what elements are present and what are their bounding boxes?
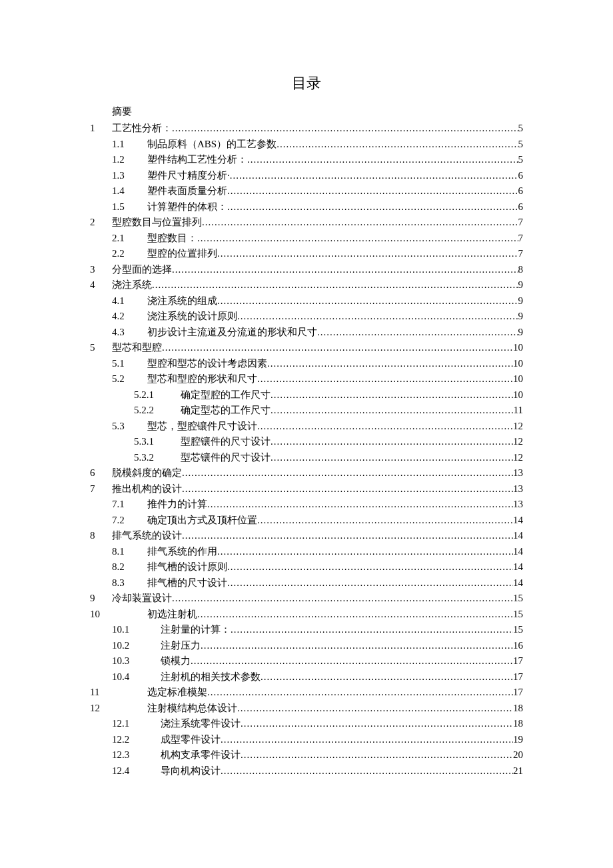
toc-entry: 5.2.1确定型腔的工作尺寸10	[90, 387, 523, 403]
dot-leader	[182, 465, 513, 481]
entry-page: 9	[518, 293, 524, 309]
entry-text: 初选注射机	[147, 607, 197, 623]
toc-entry: 5.3.2型芯镶件的尺寸设计12	[90, 450, 523, 466]
entry-text: 型腔和型芯的设计考虑因素	[147, 356, 267, 372]
toc-entry: 10初选注射机15	[90, 607, 523, 623]
dot-leader	[182, 528, 513, 544]
dot-leader	[277, 137, 518, 153]
entry-text: 浇注系统	[112, 277, 152, 293]
entry-number: 7	[90, 481, 112, 497]
entry-page: 9	[518, 309, 524, 325]
entry-number: 5.3	[112, 419, 147, 435]
entry-text: 成型零件设计	[161, 732, 221, 748]
entry-text: 冷却装置设计	[112, 591, 172, 607]
entry-page: 9	[518, 325, 524, 341]
entry-page: 6	[518, 199, 524, 215]
entry-text: 型腔数目与位置排列	[112, 215, 202, 231]
entry-text: 机构支承零件设计	[161, 747, 241, 763]
entry-number: 5.3.1	[134, 434, 181, 450]
entry-number: 10.2	[112, 638, 161, 654]
entry-text: 计算塑件的体积：	[147, 199, 227, 215]
entry-page: 12	[513, 450, 523, 466]
entry-text: 型芯镶件的尺寸设计	[181, 450, 271, 466]
toc-entry: 2.2型腔的位置排列7	[90, 246, 523, 262]
toc-entry: 7.2确定顶出方式及顶杆位置14	[90, 513, 523, 529]
toc-entry: 8.2排气槽的设计原则14	[90, 559, 523, 575]
toc-entry: 4.3初步设计主流道及分流道的形状和尺寸9	[90, 325, 523, 341]
dot-leader	[271, 434, 513, 450]
entry-text: 型芯和型腔的形状和尺寸	[147, 371, 257, 387]
entry-text: 排气槽的设计原则	[147, 559, 227, 575]
entry-text: 制品原料（ABS）的工艺参数	[147, 137, 277, 153]
entry-text: 推件力的计算	[147, 497, 207, 513]
entry-number: 9	[90, 591, 112, 607]
dot-leader	[237, 309, 518, 325]
dot-leader	[152, 277, 518, 293]
toc-entry: 1工艺性分析：5	[90, 121, 523, 137]
dot-leader	[201, 638, 513, 654]
entry-number: 12	[90, 701, 112, 717]
entry-number: 1.1	[112, 137, 147, 153]
entry-number: 8	[90, 528, 112, 544]
entry-text: 浇注系统的组成	[147, 293, 217, 309]
dot-leader	[231, 622, 513, 638]
dot-leader	[172, 262, 518, 278]
entry-text: 排气槽的尺寸设计	[147, 575, 227, 591]
entry-text: 工艺性分析：	[112, 121, 172, 137]
toc-entry: 1.2塑件结构工艺性分析：5	[90, 152, 523, 168]
toc-entry: 12.3机构支承零件设计20	[90, 747, 523, 763]
toc-entry: 6脱模斜度的确定13	[90, 465, 523, 481]
toc-entry: 9冷却装置设计15	[90, 591, 523, 607]
dot-leader	[217, 293, 518, 309]
entry-number: 5.2	[112, 371, 147, 387]
toc-entry: 11选定标准模架17	[90, 685, 523, 701]
dot-leader	[257, 419, 513, 435]
entry-number: 1.5	[112, 199, 147, 215]
toc-entry: 12.1浇注系统零件设计18	[90, 716, 523, 732]
entry-number: 2.1	[112, 231, 147, 247]
entry-page: 15	[513, 591, 523, 607]
entry-page: 15	[513, 607, 523, 623]
dot-leader	[207, 497, 513, 513]
entry-number: 7.2	[112, 513, 147, 529]
entry-page: 9	[518, 277, 524, 293]
entry-page: 21	[513, 763, 523, 779]
entry-page: 11	[514, 403, 523, 419]
entry-page: 5	[518, 121, 524, 137]
dot-leader	[267, 356, 513, 372]
entry-page: 8	[518, 262, 524, 278]
entry-number: 5.2.1	[134, 387, 181, 403]
entry-text: 推出机构的设计	[112, 481, 182, 497]
entry-number: 10.1	[112, 622, 161, 638]
dot-leader	[271, 450, 513, 466]
toc-entry: 10.1注射量的计算：15	[90, 622, 523, 638]
abstract-label: 摘要	[112, 105, 523, 118]
dot-leader	[247, 152, 518, 168]
entry-text: 注射机的相关技术参数	[161, 669, 261, 685]
dot-leader	[217, 246, 518, 262]
dot-leader	[257, 513, 513, 529]
toc-entry: 4浇注系统9	[90, 277, 523, 293]
dot-leader	[317, 325, 518, 341]
entry-text: 脱模斜度的确定	[112, 465, 182, 481]
entry-text: 型芯，型腔镶件尺寸设计	[147, 419, 257, 435]
entry-text: 塑件表面质量分析	[147, 183, 227, 199]
dot-leader	[227, 575, 513, 591]
entry-text: 导向机构设计	[161, 763, 221, 779]
entry-page: 14	[513, 513, 523, 529]
entry-number: 11	[90, 685, 112, 701]
dot-leader	[227, 199, 518, 215]
toc-entry: 10.2注射压力16	[90, 638, 523, 654]
toc-entry: 5.3型芯，型腔镶件尺寸设计12	[90, 419, 523, 435]
entry-text: 型腔数目：	[147, 231, 197, 247]
entry-page: 5	[518, 152, 524, 168]
entry-page: 20	[513, 747, 523, 763]
dot-leader	[172, 121, 518, 137]
toc-entry: 5.1型腔和型芯的设计考虑因素10	[90, 356, 523, 372]
entry-text: 选定标准模架	[147, 685, 207, 701]
entry-number: 8.1	[112, 544, 147, 560]
entry-text: 确定型芯的工作尺寸	[181, 403, 271, 419]
entry-page: 19	[513, 732, 523, 748]
entry-page: 18	[513, 716, 523, 732]
entry-number: 10.4	[112, 669, 161, 685]
